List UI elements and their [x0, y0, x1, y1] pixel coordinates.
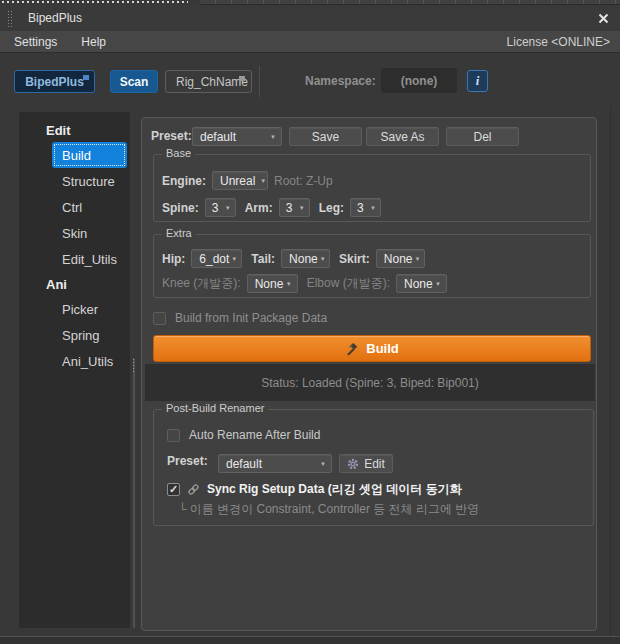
arm-dropdown[interactable]: 3 ▼: [279, 198, 310, 217]
title-bar[interactable]: BipedPlus: [0, 5, 620, 31]
chevron-down-icon: ▼: [286, 281, 292, 287]
hammer-icon: [345, 342, 359, 356]
chevron-down-icon: ▼: [414, 256, 420, 262]
tail-dropdown[interactable]: None ▼: [281, 249, 330, 268]
sidebar-scrollbar[interactable]: [133, 358, 135, 628]
rig-chname-dropdown[interactable]: Rig_ChName: [165, 70, 252, 93]
sidebar-item-skin[interactable]: Skin: [52, 220, 127, 246]
hip-dropdown[interactable]: 6_dot ▼: [191, 249, 242, 268]
edit-renamer-button[interactable]: Edit: [339, 454, 393, 473]
info-icon: i: [476, 73, 480, 89]
spine-dropdown[interactable]: 3 ▼: [205, 198, 236, 217]
preset-dropdown[interactable]: default ▼: [192, 127, 282, 146]
sidebar-item-build[interactable]: Build: [52, 142, 127, 168]
sidebar-item-structure[interactable]: Structure: [52, 168, 127, 194]
leg-label: Leg:: [319, 201, 344, 215]
sync-rig-checkbox[interactable]: ✓: [167, 483, 180, 496]
close-icon: [598, 13, 609, 24]
sync-rig-note: └ 이름 변경이 Constraint, Controller 등 전체 리그에…: [178, 501, 479, 518]
main-panel: Preset: default ▼ Save Save As Del Base …: [141, 117, 597, 631]
chevron-down-icon: ▼: [225, 205, 231, 211]
elbow-label: Elbow (개발중):: [307, 275, 390, 292]
flyout-indicator-icon: [83, 75, 89, 80]
sidebar-header-ani: Ani: [19, 272, 130, 296]
license-status: License <ONLINE>: [507, 31, 610, 52]
window-bottom-edge: [0, 636, 620, 644]
init-package-checkbox[interactable]: [153, 312, 166, 325]
chevron-down-icon: ▼: [260, 178, 266, 184]
scan-button[interactable]: Scan: [110, 70, 158, 93]
toolbar: BipedPlus Scan Rig_ChName Namespace: (no…: [0, 53, 620, 107]
status-bar: Status: Loaded (Spine: 3, Biped: Bip001): [145, 364, 595, 401]
build-button[interactable]: Build: [153, 335, 591, 362]
extra-group-legend: Extra: [162, 227, 196, 239]
sidebar-header-edit: Edit: [19, 118, 130, 142]
namespace-value: (none): [381, 68, 457, 93]
sidebar-item-ani-utils[interactable]: Ani_Utils: [52, 348, 127, 374]
close-button[interactable]: [594, 9, 612, 27]
knee-dropdown[interactable]: None ▼: [247, 274, 298, 293]
sidebar-item-edit-utils[interactable]: Edit_Utils: [52, 246, 127, 272]
skirt-label: Skirt:: [339, 252, 370, 266]
base-group-legend: Base: [162, 147, 195, 159]
extra-group: Extra Hip: 6_dot ▼ Tail: None ▼ Skirt: N…: [153, 234, 591, 298]
engine-dropdown[interactable]: Unreal ▼: [212, 171, 268, 190]
leg-dropdown[interactable]: 3 ▼: [350, 198, 381, 217]
save-button[interactable]: Save: [289, 127, 362, 146]
menu-settings[interactable]: Settings: [0, 31, 69, 52]
auto-rename-label: Auto Rename After Build: [189, 428, 320, 442]
post-build-renamer-group: Post-Build Renamer Auto Rename After Bui…: [153, 409, 594, 526]
bipedplus-window: BipedPlus Settings Help License <ONLINE>…: [0, 0, 620, 644]
sidebar-scrollbar-grip[interactable]: [132, 358, 136, 374]
preset-label: Preset:: [151, 129, 192, 143]
info-button[interactable]: i: [467, 70, 488, 92]
toolbar-separator: [259, 66, 260, 97]
drag-grip-icon[interactable]: [7, 10, 12, 27]
renamer-preset-label: Preset:: [167, 454, 208, 468]
renamer-preset-dropdown[interactable]: default ▼: [218, 454, 332, 473]
sidebar-item-ctrl[interactable]: Ctrl: [52, 194, 127, 220]
chevron-down-icon: ▼: [435, 281, 441, 287]
sidebar: Edit Build Structure Ctrl Skin Edit_Util…: [19, 112, 130, 628]
status-text: Status: Loaded (Spine: 3, Biped: Bip001): [261, 376, 478, 390]
sidebar-item-spring[interactable]: Spring: [52, 322, 127, 348]
sidebar-nav: Edit Build Structure Ctrl Skin Edit_Util…: [19, 112, 130, 374]
arm-label: Arm:: [245, 201, 273, 215]
chevron-down-icon: ▼: [320, 461, 326, 467]
base-group: Base Engine: Unreal ▼ Root: Z-Up Spine: …: [153, 154, 591, 222]
flyout-indicator-icon: [239, 76, 245, 81]
menu-bar: Settings Help License <ONLINE>: [0, 31, 620, 53]
check-icon: ✓: [169, 483, 178, 496]
save-as-button[interactable]: Save As: [366, 127, 439, 146]
dock-dotted-line: [2, 1, 188, 4]
link-icon: [187, 483, 200, 496]
hip-label: Hip:: [162, 252, 185, 266]
chevron-down-icon: ▼: [320, 256, 326, 262]
sync-rig-label: Sync Rig Setup Data (리깅 셋업 데이터 동기화: [207, 481, 462, 498]
spine-label: Spine:: [162, 201, 199, 215]
bipedplus-toggle-button[interactable]: BipedPlus: [14, 70, 95, 93]
auto-rename-checkbox[interactable]: [167, 429, 180, 442]
gear-icon: [347, 458, 359, 470]
window-title: BipedPlus: [28, 11, 82, 25]
init-package-label: Build from Init Package Data: [175, 311, 327, 325]
chevron-down-icon: ▼: [270, 134, 276, 140]
sidebar-item-picker[interactable]: Picker: [52, 296, 127, 322]
chevron-down-icon: ▼: [231, 256, 237, 262]
engine-label: Engine:: [162, 174, 206, 188]
del-button[interactable]: Del: [446, 127, 519, 146]
window-right-edge: [610, 106, 611, 636]
root-label: Root: Z-Up: [274, 174, 333, 188]
menu-help[interactable]: Help: [69, 31, 118, 52]
tail-label: Tail:: [251, 252, 275, 266]
knee-label: Knee (개발중):: [162, 275, 241, 292]
chevron-down-icon: ▼: [370, 205, 376, 211]
skirt-dropdown[interactable]: None ▼: [376, 249, 425, 268]
elbow-dropdown[interactable]: None ▼: [396, 274, 447, 293]
renamer-group-legend: Post-Build Renamer: [162, 402, 268, 414]
namespace-label: Namespace:: [305, 74, 376, 88]
chevron-down-icon: ▼: [299, 205, 305, 211]
